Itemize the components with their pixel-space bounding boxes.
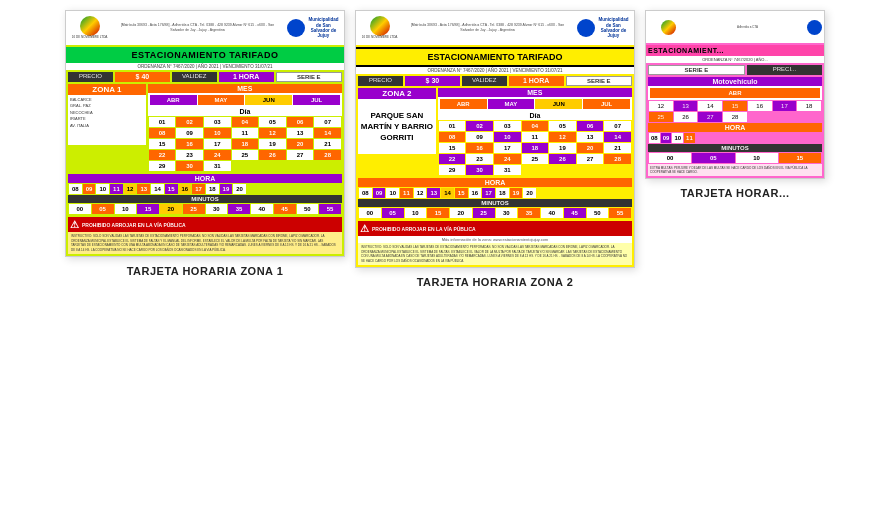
h-11-3: 11 xyxy=(684,133,695,143)
precio-row-1: PRECIO $ 40 VALIDEZ 1 HORA SERIE E xyxy=(68,72,342,82)
card-zona1: 16 DE NOVIEMBRE LTDA. [Matrícula 30693 -… xyxy=(65,10,345,277)
zona-label-2: ZONA 2 xyxy=(358,88,436,99)
zona-col-1: ZONA 1 BALCARCE GRAL. PAZ NECOCHEA IRIAR… xyxy=(68,84,146,172)
header-info-1: [Matrícula 30693 - Acta 176/88] - Adheri… xyxy=(110,23,285,32)
mn-25-2: 25 xyxy=(473,208,495,218)
num-23-2: 23 xyxy=(466,154,493,164)
zona-big-2: PARQUE SAN MARTÍN Y BARRIO GORRITI xyxy=(360,110,434,144)
num-08-1: 08 xyxy=(149,128,176,138)
num-25-2: 25 xyxy=(522,154,549,164)
ticket-header-3: Adherida a CTA xyxy=(646,11,824,43)
zona-content-2: PARQUE SAN MARTÍN Y BARRIO GORRITI xyxy=(358,99,436,154)
mn-15-2: 15 xyxy=(427,208,449,218)
muni-logo-2: Municipalidad de San Salvador de Jujuy xyxy=(575,14,630,42)
muni-circle-2 xyxy=(577,19,595,37)
num-13-2: 13 xyxy=(577,132,604,142)
num-29-2: 29 xyxy=(439,165,466,175)
hora-15-1: 15 xyxy=(165,184,178,194)
num-23-1: 23 xyxy=(176,150,203,160)
num-22-2: 22 xyxy=(439,154,466,164)
num-14-2: 14 xyxy=(604,132,631,142)
hora-08-1: 08 xyxy=(69,184,82,194)
num-13-1: 13 xyxy=(287,128,314,138)
prohibido-text-1: PROHIBIDO ARROJAR EN LA VÍA PÚBLICA xyxy=(82,222,186,228)
meses-row-2: ABR MAY JUN JUL xyxy=(438,97,632,111)
hora-10-1: 10 xyxy=(96,184,109,194)
h-17-2: 17 xyxy=(482,188,495,198)
h-10-3: 10 xyxy=(672,133,683,143)
coop-circle-1 xyxy=(80,16,100,36)
h-14-2: 14 xyxy=(441,188,454,198)
dia-label-2: Día xyxy=(438,111,632,120)
min-40-1: 40 xyxy=(251,204,273,214)
precio-row-2: PRECIO $ 30 VALIDEZ 1 HORA SERIE E xyxy=(358,76,632,86)
validez-label-1: VALIDEZ xyxy=(172,72,217,82)
mes-dias-col-1: MES ABR MAY JUN JUL Día 01 02 03 04 xyxy=(148,84,342,172)
min-05-1: 05 xyxy=(92,204,114,214)
hora-09-1: 09 xyxy=(83,184,96,194)
h-10-2: 10 xyxy=(386,188,399,198)
ticket-body-3: SERIE E PRECI... Motovehículo ABR 12 13 … xyxy=(646,63,824,178)
d-25-3: 25 xyxy=(649,112,673,122)
precio-value-1: $ 40 xyxy=(115,72,170,82)
header-info-2: [Matrícula 30693 - Acta 176/88] - Adheri… xyxy=(400,23,575,32)
muni-text-1: Municipalidad de San Salvador de Jujuy xyxy=(307,17,340,39)
prohibido-icon-1: ⚠ xyxy=(70,219,79,230)
num-26-1: 26 xyxy=(259,150,286,160)
serie-2: SERIE E xyxy=(566,76,633,86)
mn-05-2: 05 xyxy=(382,208,404,218)
mes-jun-2: JUN xyxy=(535,99,582,109)
main-cols-1: ZONA 1 BALCARCE GRAL. PAZ NECOCHEA IRIAR… xyxy=(68,84,342,172)
num-20-2: 20 xyxy=(577,143,604,153)
num-31-1: 31 xyxy=(204,161,231,171)
coop-circle-3 xyxy=(661,20,676,35)
validez-label-2: VALIDEZ xyxy=(462,76,507,86)
zona-col-2: ZONA 2 PARQUE SAN MARTÍN Y BARRIO GORRIT… xyxy=(358,88,436,176)
d-18-3: 18 xyxy=(797,101,821,111)
mn-00-2: 00 xyxy=(359,208,381,218)
h-08-3: 08 xyxy=(649,133,660,143)
num-05-2: 05 xyxy=(549,121,576,131)
num-06-1: 06 xyxy=(287,117,314,127)
mn-10-3: 10 xyxy=(736,153,778,163)
ticket-header-2: 16 DE NOVIEMBRE LTDA. [Matrícula 30693 -… xyxy=(356,11,634,45)
num-08-2: 08 xyxy=(439,132,466,142)
mn-30-2: 30 xyxy=(496,208,518,218)
mes-abr-1: ABR xyxy=(150,95,197,105)
precio-trunc-3: PRECI... xyxy=(747,65,822,75)
num-16-2: 16 xyxy=(466,143,493,153)
hora-row-1: 08 09 10 11 12 13 14 15 16 17 18 19 20 xyxy=(68,183,342,195)
num-21-1: 21 xyxy=(314,139,341,149)
main-cols-2: ZONA 2 PARQUE SAN MARTÍN Y BARRIO GORRIT… xyxy=(358,88,632,176)
ticket-body-1: PRECIO $ 40 VALIDEZ 1 HORA SERIE E ZONA … xyxy=(66,70,344,256)
ordinance-3: ORDENANZA N° 7467/2020 | AÑO... xyxy=(646,56,824,63)
minutos-label-3: MINUTOS xyxy=(648,144,822,152)
minutos-row-3: 00 05 10 15 xyxy=(648,152,822,164)
hora-row-3: 08 09 10 11 xyxy=(648,132,822,144)
header-info-3: Adherida a CTA xyxy=(688,25,807,29)
num-30-2: 30 xyxy=(466,165,493,175)
num-05-1: 05 xyxy=(259,117,286,127)
d-15-3: 15 xyxy=(723,101,747,111)
num-09-2: 09 xyxy=(466,132,493,142)
minutos-label-2: MINUTOS xyxy=(358,199,632,207)
mes-may-2: MAY xyxy=(488,99,535,109)
num-27-2: 27 xyxy=(577,154,604,164)
muni-text-2: Municipalidad de San Salvador de Jujuy xyxy=(597,17,630,39)
muni-logo-1: Municipalidad de San Salvador de Jujuy xyxy=(285,14,340,42)
serie-1: SERIE E xyxy=(276,72,343,82)
mes-may-1: MAY xyxy=(198,95,245,105)
min-20-1: 20 xyxy=(160,204,182,214)
num-02-1: 02 xyxy=(176,117,203,127)
card-zona3: Adherida a CTA ESTACIONAMIENT... ORDENAN… xyxy=(645,10,825,199)
dia-grid-3: 12 13 14 15 16 17 18 25 26 27 28 xyxy=(648,100,822,123)
card-label-1: TARJETA HORARIA ZONA 1 xyxy=(127,265,284,277)
d-13-3: 13 xyxy=(674,101,698,111)
d-14-3: 14 xyxy=(698,101,722,111)
num-19-1: 19 xyxy=(259,139,286,149)
num-01-1: 01 xyxy=(149,117,176,127)
title-2: ESTACIONAMIENTO TARIFADO xyxy=(356,47,634,67)
gallery-container: 16 DE NOVIEMBRE LTDA. [Matrícula 30693 -… xyxy=(0,0,890,530)
logo-16-nov-1: 16 DE NOVIEMBRE LTDA. xyxy=(70,14,110,42)
precio-label-1: PRECIO xyxy=(68,72,113,82)
